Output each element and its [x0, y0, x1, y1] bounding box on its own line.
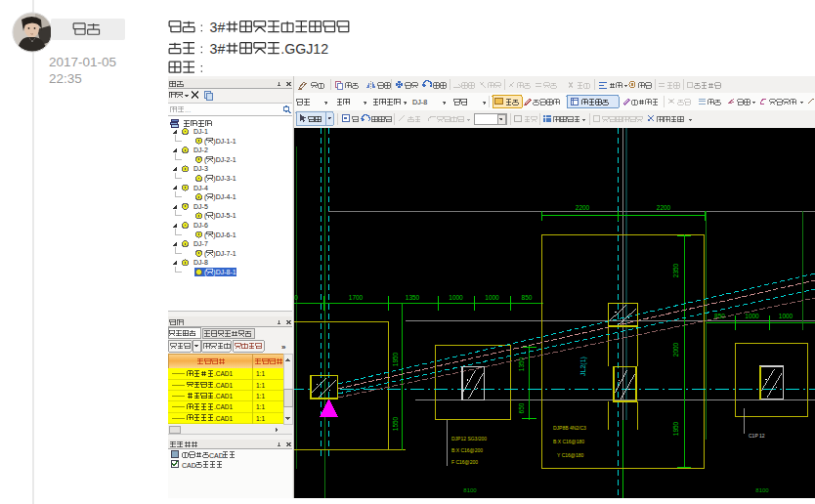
svg-text:3#: 3#	[210, 41, 226, 57]
svg-text:1000: 1000	[745, 313, 759, 319]
svg-text:...: ...	[185, 105, 191, 114]
svg-text:.CAD1: .CAD1	[214, 393, 234, 399]
svg-text:1:1: 1:1	[256, 382, 265, 389]
svg-text:1700: 1700	[349, 294, 364, 301]
svg-text:8100: 8100	[463, 487, 477, 493]
svg-text:1550: 1550	[392, 416, 399, 431]
svg-text:.CAD1: .CAD1	[214, 382, 234, 389]
svg-text:»: »	[281, 343, 286, 352]
svg-text:F C16@200: F C16@200	[451, 459, 478, 465]
svg-text:DJ-2: DJ-2	[193, 147, 208, 153]
svg-text:DJ-2-1: DJ-2-1	[216, 156, 236, 163]
svg-text:B:X C16@200: B:X C16@200	[451, 447, 483, 453]
svg-text:Y C16@180: Y C16@180	[557, 452, 583, 458]
svg-text:DJ-4-1: DJ-4-1	[216, 193, 236, 200]
svg-text:.CAD1: .CAD1	[214, 403, 234, 410]
svg-text:8100: 8100	[755, 487, 769, 493]
svg-text:1950: 1950	[672, 421, 679, 436]
svg-text:DJ-8: DJ-8	[193, 259, 208, 266]
svg-text:DJ-7: DJ-7	[193, 240, 208, 247]
svg-text:3#: 3#	[210, 20, 226, 35]
svg-text:850: 850	[714, 313, 725, 319]
svg-text:DJ-3: DJ-3	[193, 165, 208, 172]
svg-text:1:1: 1:1	[256, 393, 265, 399]
svg-text:JL2(1): JL2(1)	[579, 357, 587, 376]
svg-text:2000: 2000	[672, 342, 679, 357]
svg-text:1000: 1000	[449, 294, 463, 301]
svg-text:850: 850	[522, 294, 533, 301]
svg-text:DJ-4: DJ-4	[193, 185, 208, 191]
svg-text:1000: 1000	[779, 313, 794, 319]
svg-text:2200: 2200	[657, 204, 671, 211]
svg-text:DJP12 SG3/200: DJP12 SG3/200	[451, 436, 487, 441]
svg-text:DJ-5: DJ-5	[193, 203, 208, 210]
svg-text:1000: 1000	[485, 294, 499, 301]
svg-text:DJP8B 4N2/C3: DJP8B 4N2/C3	[553, 425, 586, 431]
svg-text:DJ-8-1: DJ-8-1	[216, 269, 236, 275]
svg-text:DJ-5-1: DJ-5-1	[216, 212, 236, 219]
svg-text:650: 650	[518, 402, 525, 413]
svg-text:0: 0	[294, 294, 298, 301]
svg-text:DJ-8: DJ-8	[412, 98, 427, 106]
svg-text:1:1: 1:1	[256, 415, 265, 422]
svg-text:.CAD1: .CAD1	[214, 415, 234, 422]
svg-text:DJ-1: DJ-1	[193, 128, 208, 135]
svg-text:CAD: CAD	[182, 462, 196, 469]
svg-text:2350: 2350	[672, 263, 679, 277]
svg-text:C1P 12: C1P 12	[749, 433, 765, 439]
svg-text:1:1: 1:1	[256, 403, 265, 410]
svg-text:DJ-6: DJ-6	[193, 222, 208, 229]
svg-text:DJ-7-1: DJ-7-1	[216, 250, 236, 257]
svg-text:B:X C16@180: B:X C16@180	[553, 439, 584, 444]
svg-text:1:1: 1:1	[256, 370, 265, 377]
svg-text:2200: 2200	[576, 204, 590, 211]
svg-text:CAD: CAD	[209, 452, 224, 459]
svg-text:DJ-3-1: DJ-3-1	[216, 175, 236, 182]
svg-text:DJ-6-1: DJ-6-1	[216, 231, 236, 238]
svg-text:.GGJ12: .GGJ12	[280, 41, 328, 57]
svg-text:1350: 1350	[406, 294, 420, 301]
svg-text:1950: 1950	[392, 352, 399, 366]
svg-text:DJ-1-1: DJ-1-1	[216, 138, 236, 145]
svg-text:.CAD1: .CAD1	[214, 370, 234, 377]
